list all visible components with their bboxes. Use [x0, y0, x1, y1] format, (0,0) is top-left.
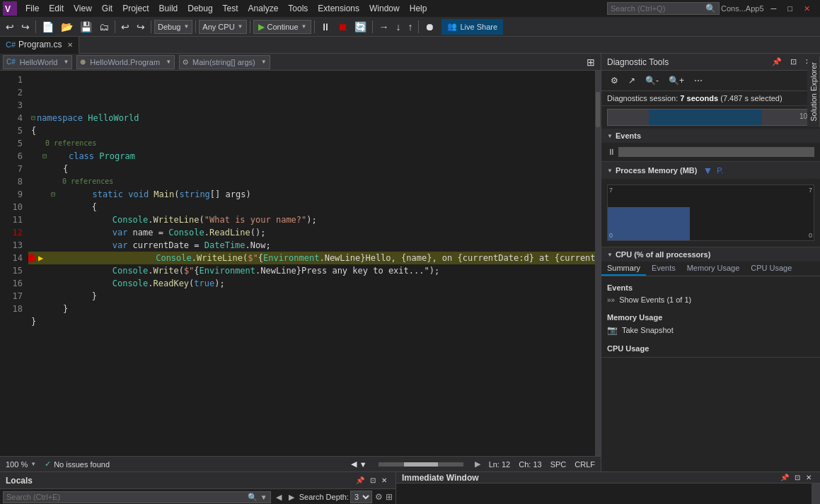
global-search-input[interactable] — [611, 4, 703, 13]
toolbar-back-btn[interactable]: ↩ — [3, 20, 17, 34]
editor-dropdowns: C# HelloWorld ▼ ⊕ HelloWorld.Program ▼ ⊙… — [0, 54, 601, 71]
events-section-header[interactable]: ▼ Events — [601, 129, 820, 143]
process-memory-header[interactable]: ▼ Process Memory (MB) ▼ P. — [601, 162, 820, 179]
split-editor-btn[interactable]: ⊞ — [584, 55, 598, 69]
pause-icon[interactable]: ⏸ — [607, 147, 616, 157]
toolbar-open-btn[interactable]: 📂 — [58, 20, 76, 34]
locals-pin-btn[interactable]: 📌 — [353, 475, 367, 486]
diag-tab-summary[interactable]: Summary — [601, 262, 646, 276]
menu-analyze[interactable]: Analyze — [244, 2, 283, 15]
continue-button[interactable]: ▶ Continue ▼ — [253, 20, 312, 34]
toolbar-undo-btn[interactable]: ↩ — [118, 20, 132, 34]
pause-btn[interactable]: ⏸ — [318, 20, 333, 34]
method-dropdown[interactable]: ⊕ HelloWorld.Program ▼ — [76, 55, 175, 69]
immediate-vscrollbar[interactable] — [812, 484, 820, 504]
immediate-float-btn[interactable]: ⊡ — [792, 472, 803, 483]
debug-config-dropdown[interactable]: Debug ▼ — [154, 20, 192, 34]
diag-float-btn[interactable]: ⊡ — [787, 56, 799, 68]
cpu-section-header[interactable]: ▼ CPU (% of all processors) — [601, 247, 820, 262]
ln-18: 15 — [0, 264, 23, 277]
menu-build[interactable]: Build — [155, 2, 183, 15]
menu-help[interactable]: Help — [405, 2, 432, 15]
nav-prev-icon[interactable]: ◀ — [351, 459, 357, 469]
table-view-btn[interactable]: ⊞ — [386, 492, 393, 502]
ln-3: 3 — [0, 99, 23, 112]
menu-extensions[interactable]: Extensions — [313, 2, 364, 15]
nav-arrows[interactable]: ◀ ▼ — [351, 459, 367, 469]
toolbar-new-btn[interactable]: 📄 — [39, 20, 57, 34]
cpu-dropdown[interactable]: Any CPU ▼ — [199, 20, 246, 34]
immediate-pin-btn[interactable]: 📌 — [778, 472, 792, 483]
diag-export-btn[interactable]: ↗ — [625, 74, 639, 88]
diag-zoom-out-btn[interactable]: 🔍- — [642, 74, 662, 88]
diag-zoom-in-btn[interactable]: 🔍+ — [665, 74, 688, 88]
immediate-window-panel: Immediate Window 📌 ⊡ ✕ Call Stack Except… — [396, 472, 820, 504]
step-into-btn[interactable]: ↓ — [393, 20, 403, 34]
diag-settings-btn[interactable]: ⚙ — [607, 74, 622, 88]
play-icon: ▶ — [258, 22, 265, 32]
diag-tab-events[interactable]: Events — [646, 262, 681, 276]
maximize-button[interactable]: □ — [783, 4, 797, 13]
locals-close-btn[interactable]: ✕ — [379, 475, 390, 486]
code-lines[interactable]: ⊟namespace HelloWorld { 0 references ⊟ c… — [28, 71, 595, 456]
ln-20: 17 — [0, 290, 23, 303]
locals-float-btn[interactable]: ⊡ — [367, 475, 379, 486]
restart-btn[interactable]: 🔄 — [352, 20, 369, 34]
solution-explorer-tab[interactable]: Solution Explorer — [807, 57, 820, 127]
stop-btn[interactable]: ⏹ — [335, 20, 350, 34]
session-label: Diagnostics session: — [607, 94, 678, 102]
menu-file[interactable]: File — [21, 2, 43, 15]
locals-search-input[interactable] — [6, 493, 245, 501]
menu-test[interactable]: Test — [219, 2, 243, 15]
diag-pin-btn[interactable]: 📌 — [769, 56, 785, 68]
menu-project[interactable]: Project — [118, 2, 153, 15]
breakpoint-btn[interactable]: ⏺ — [422, 20, 437, 34]
diagnostic-tools-title: Diagnostic Tools — [607, 57, 766, 67]
locals-search-icon[interactable]: 🔍 — [248, 493, 258, 502]
toolbar-saveall-btn[interactable]: 🗂 — [96, 20, 112, 34]
step-out-btn[interactable]: ↑ — [405, 20, 415, 34]
menu-window[interactable]: Window — [365, 2, 404, 15]
menu-tools[interactable]: Tools — [284, 2, 312, 15]
immediate-close-btn[interactable]: ✕ — [803, 472, 814, 483]
menu-debug[interactable]: Debug — [183, 2, 216, 15]
toolbar-forward-btn[interactable]: ↪ — [18, 20, 33, 34]
editor-vscrollbar[interactable] — [595, 71, 601, 456]
locals-search-dropdown[interactable]: ▼ — [260, 493, 267, 501]
memory-fill — [608, 207, 690, 240]
locals-nav-next[interactable]: ▶ — [287, 492, 296, 503]
diagnostic-session-info: Diagnostics session: 7 seconds (7.487 s … — [601, 91, 820, 106]
locals-search[interactable]: 🔍 ▼ — [3, 491, 271, 503]
class-dropdown[interactable]: C# HelloWorld ▼ — [3, 55, 72, 69]
forward-arrow[interactable]: ▶ — [475, 459, 480, 469]
menu-edit[interactable]: Edit — [45, 2, 68, 15]
live-share-button[interactable]: 👥 Live Share — [441, 19, 503, 35]
close-button[interactable]: ✕ — [799, 4, 814, 13]
minimize-button[interactable]: ─ — [767, 4, 781, 13]
timeline[interactable]: 10s — [607, 109, 814, 126]
menu-view[interactable]: View — [69, 2, 96, 15]
diag-scroll-area[interactable]: ▼ Events ⏸ ▼ Process Memory (MB) ▼ P. — [601, 129, 820, 471]
nav-next-icon[interactable]: ▼ — [359, 460, 367, 469]
scroll-indicator[interactable] — [379, 462, 463, 467]
cursor-position-ch: Ch: 13 — [519, 460, 541, 469]
chevron-down-icon-member: ▼ — [261, 59, 267, 65]
diag-tab-cpu[interactable]: CPU Usage — [745, 262, 797, 276]
tab-close-icon[interactable]: ✕ — [67, 41, 73, 49]
global-search[interactable]: 🔍 — [607, 2, 720, 15]
show-events-row[interactable]: »» Show Events (1 of 1) — [601, 293, 820, 306]
toolbar-save-btn[interactable]: 💾 — [77, 20, 95, 34]
filter-btn[interactable]: ⚙ — [375, 492, 383, 502]
diag-tab-memory[interactable]: Memory Usage — [681, 262, 746, 276]
locals-nav-prev[interactable]: ◀ — [274, 492, 284, 503]
step-over-btn[interactable]: → — [376, 20, 391, 34]
member-dropdown[interactable]: ⊙ Main(string[] args) ▼ — [179, 55, 270, 69]
immediate-content[interactable] — [396, 484, 812, 504]
depth-value-select[interactable]: 31245 — [350, 491, 372, 503]
diag-more-btn[interactable]: ⋯ — [691, 74, 706, 88]
toolbar-redo-btn[interactable]: ↪ — [134, 20, 148, 34]
take-snapshot-row[interactable]: 📷 Take Snapshot — [601, 323, 820, 337]
tab-program-cs[interactable]: C# Program.cs ✕ — [0, 37, 79, 54]
menu-git[interactable]: Git — [98, 2, 117, 15]
zoom-control[interactable]: 100 % ▼ — [6, 460, 36, 469]
